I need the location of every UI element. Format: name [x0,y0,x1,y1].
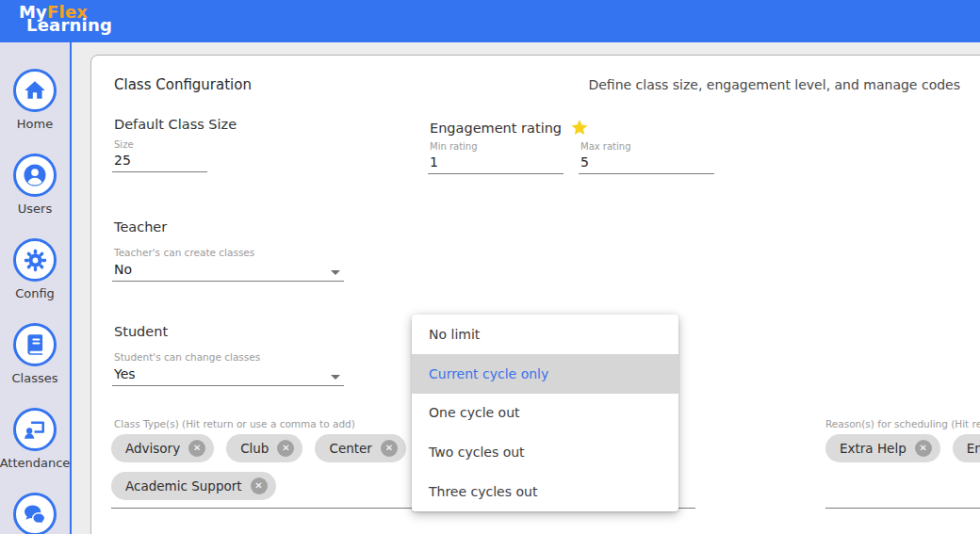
chat-icon [13,493,57,534]
sidebar-item-config[interactable]: Config [0,238,70,300]
chevron-down-icon [331,270,340,275]
star-icon [569,118,590,138]
chevron-down-icon [331,375,340,380]
max-rating-label: Max rating [580,141,630,152]
teacher-create-select[interactable]: No [112,262,344,282]
logo-learning: Learning [26,17,112,33]
teacher-create-value: No [114,262,132,277]
size-input[interactable]: 25 [112,153,207,172]
cycle-options-menu: No limit Current cycle only One cycle ou… [412,315,678,511]
engagement-heading-row: Engagement rating [430,118,590,138]
default-class-size-heading: Default Class Size [114,117,237,132]
sidebar-item-label: Attendance [0,456,70,470]
menu-option-current-cycle-only[interactable]: Current cycle only [412,354,678,394]
student-change-select[interactable]: Yes [112,366,344,386]
sidebar-item-classes[interactable]: Classes [0,323,70,385]
min-rating-input[interactable]: 1 [428,154,564,174]
gear-icon [13,238,57,282]
chip-club: Club ✕ [226,434,302,462]
sidebar-item-label: Users [18,202,52,216]
chip-remove-icon[interactable]: ✕ [381,440,398,457]
teacher-heading: Teacher [114,219,167,235]
chip-remove-icon[interactable]: ✕ [251,477,268,494]
attendance-icon [13,408,57,451]
menu-option-no-limit[interactable]: No limit [412,315,678,354]
sidebar-item-users[interactable]: Users [0,154,70,216]
reasons-label: Reason(s) for scheduling (Hit return or … [825,418,980,429]
student-change-value: Yes [114,366,136,381]
size-field-label: Size [114,139,134,150]
sidebar-item-attendance[interactable]: Attendance [0,408,70,470]
chip-extra-help: Extra Help ✕ [825,434,940,462]
sidebar-item-label: Config [15,286,55,300]
chip-remove-icon[interactable]: ✕ [188,440,205,457]
page-title: Class Configuration [114,76,252,93]
min-rating-label: Min rating [430,141,478,152]
app-header: MyFlex Learning [0,0,980,42]
menu-option-three-cycles-out[interactable]: Three cycles out [412,472,678,511]
sidebar-item-label: Home [17,117,53,131]
max-rating-input[interactable]: 5 [579,154,714,174]
student-change-label: Student's can change classes [114,351,260,363]
sidebar-item-label: Classes [12,371,58,385]
sidebar: Home Users [0,42,72,534]
chip-advisory: Advisory ✕ [111,434,214,462]
reasons-field-underline [825,508,980,509]
chip-enrichment: Enrichment ✕ [953,434,980,462]
class-types-label: Class Type(s) (Hit return or use a comma… [114,418,355,429]
reasons-chip-list: Extra Help ✕ Enrichment ✕ [825,434,980,462]
chip-academic-support: Academic Support ✕ [111,472,276,500]
engagement-heading: Engagement rating [430,121,562,136]
chip-remove-icon[interactable]: ✕ [915,440,932,457]
menu-option-one-cycle-out[interactable]: One cycle out [412,394,678,433]
teacher-create-label: Teacher's can create classes [114,247,254,258]
sidebar-item-home[interactable]: Home [0,69,70,131]
user-icon [13,154,57,197]
home-icon [13,69,57,112]
student-heading: Student [114,324,168,339]
chip-center: Center ✕ [315,434,405,462]
menu-option-two-cycles-out[interactable]: Two cycles out [412,432,678,472]
chip-remove-icon[interactable]: ✕ [277,440,294,457]
book-icon [13,323,57,366]
page-subtitle: Define class size, engagement level, and… [588,77,960,92]
sidebar-item-messages[interactable] [0,493,70,534]
app-logo[interactable]: MyFlex Learning [19,4,112,33]
